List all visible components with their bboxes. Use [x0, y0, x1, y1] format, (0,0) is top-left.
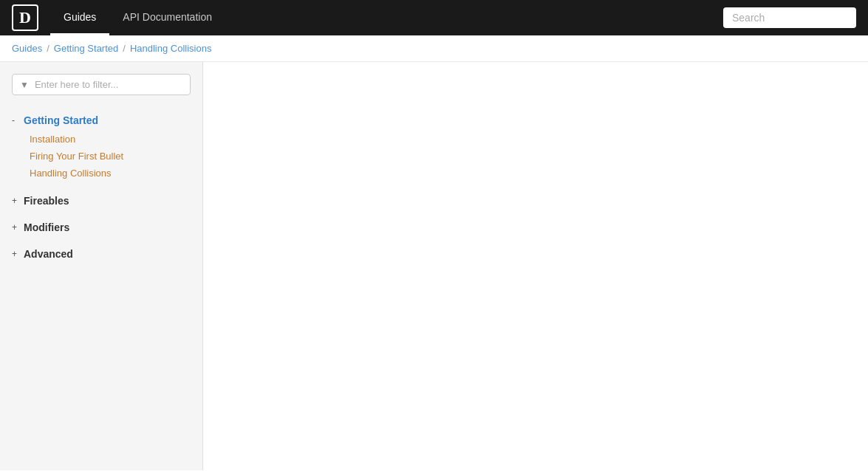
tab-api-documentation[interactable]: API Documentation	[109, 0, 225, 35]
breadcrumb-getting-started[interactable]: Getting Started	[54, 43, 118, 54]
logo-area: D	[12, 4, 38, 31]
toggle-advanced: +	[12, 249, 19, 259]
sidebar-item-handling-collisions[interactable]: Handling Collisions	[18, 165, 202, 182]
filter-icon: ▼	[20, 80, 29, 90]
section-label-fireables: Fireables	[24, 195, 69, 207]
sidebar-section-modifiers: + Modifiers	[0, 214, 202, 241]
section-header-fireables[interactable]: + Fireables	[0, 190, 202, 211]
section-header-advanced[interactable]: + Advanced	[0, 244, 202, 264]
sidebar-section-getting-started: - Getting Started Installation Firing Yo…	[0, 107, 202, 188]
section-label-getting-started: Getting Started	[24, 114, 98, 126]
section-label-modifiers: Modifiers	[24, 221, 69, 233]
logo-icon[interactable]: D	[12, 4, 38, 31]
sidebar: ▼ - Getting Started Installation Firing …	[0, 62, 203, 470]
breadcrumb-handling-collisions[interactable]: Handling Collisions	[130, 43, 212, 54]
breadcrumb-sep-2: /	[123, 43, 126, 54]
content-area	[203, 62, 868, 470]
search-input[interactable]	[723, 7, 856, 28]
breadcrumb-sep-1: /	[47, 43, 49, 54]
toggle-getting-started: -	[12, 115, 19, 126]
breadcrumb-guides[interactable]: Guides	[12, 43, 42, 54]
sidebar-item-installation[interactable]: Installation	[18, 131, 202, 148]
sidebar-item-firing-your-first-bullet[interactable]: Firing Your First Bullet	[18, 148, 202, 165]
sidebar-section-advanced: + Advanced	[0, 241, 202, 267]
section-label-advanced: Advanced	[24, 248, 73, 260]
header: D Guides API Documentation	[0, 0, 868, 35]
sub-items-getting-started: Installation Firing Your First Bullet Ha…	[0, 131, 202, 185]
breadcrumb: Guides / Getting Started / Handling Coll…	[0, 35, 868, 62]
section-header-getting-started[interactable]: - Getting Started	[0, 110, 202, 131]
sidebar-section-fireables: + Fireables	[0, 188, 202, 214]
main-layout: ▼ - Getting Started Installation Firing …	[0, 62, 868, 470]
filter-input[interactable]	[35, 79, 182, 90]
main-nav: Guides API Documentation	[50, 0, 225, 35]
filter-wrapper: ▼	[0, 74, 202, 107]
section-header-modifiers[interactable]: + Modifiers	[0, 217, 202, 238]
toggle-fireables: +	[12, 196, 19, 206]
filter-box: ▼	[12, 74, 191, 95]
tab-guides[interactable]: Guides	[50, 0, 109, 35]
toggle-modifiers: +	[12, 222, 19, 233]
